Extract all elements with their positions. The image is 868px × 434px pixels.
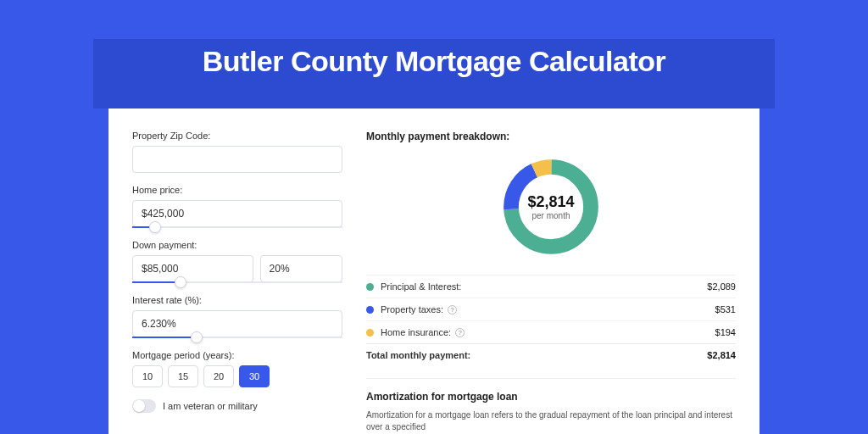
period-option-30[interactable]: 30 [239,365,270,387]
home-price-input[interactable] [132,200,342,227]
legend-insurance: Home insurance: ? $194 [366,320,736,343]
home-price-label: Home price: [132,185,342,195]
home-price-slider[interactable] [132,226,342,228]
legend-total: Total monthly payment: $2,814 [366,343,736,366]
down-payment-slider[interactable] [132,281,342,283]
legend-principal-label: Principal & Interest: [381,281,707,292]
legend-principal: Principal & Interest: $2,089 [366,275,736,298]
down-payment-field: Down payment: [132,240,342,283]
donut-sub: per month [527,211,574,220]
interest-slider-thumb[interactable] [191,331,203,343]
legend-insurance-label: Home insurance: ? [381,327,715,337]
veteran-label: I am veteran or military [163,401,258,411]
period-option-15[interactable]: 15 [168,365,198,387]
dot-icon [366,329,374,337]
info-icon[interactable]: ? [448,305,457,314]
amortization-text: Amortization for a mortgage loan refers … [366,409,736,433]
interest-slider[interactable] [132,337,342,338]
legend-total-label: Total monthly payment: [366,350,707,360]
veteran-row: I am veteran or military [132,399,342,413]
legend-principal-value: $2,089 [707,281,736,292]
donut-amount: $2,814 [527,193,574,211]
down-payment-pct-input[interactable] [260,255,342,282]
interest-slider-fill [132,337,191,338]
legend-insurance-text: Home insurance: [381,327,451,337]
calculator-card: Property Zip Code: Home price: Down paym… [108,108,760,434]
legend-taxes-text: Property taxes: [381,304,443,314]
home-price-field: Home price: [132,185,342,228]
legend-taxes-value: $531 [715,304,736,314]
zip-input[interactable] [132,146,342,173]
veteran-toggle[interactable] [132,399,156,413]
legend-total-value: $2,814 [707,350,736,360]
info-icon[interactable]: ? [455,328,465,337]
home-price-slider-thumb[interactable] [149,221,161,233]
interest-label: Interest rate (%): [132,295,342,305]
down-payment-amount-input[interactable] [132,255,253,282]
period-option-20[interactable]: 20 [203,365,234,387]
period-label: Mortgage period (years): [132,350,342,360]
donut-center: $2,814 per month [527,193,574,220]
legend-principal-text: Principal & Interest: [381,281,461,292]
page-title: Butler County Mortgage Calculator [0,45,868,78]
dot-icon [366,306,374,314]
dot-icon [366,283,374,291]
breakdown-column: Monthly payment breakdown: $2,814 per mo… [366,131,736,434]
amortization-title: Amortization for mortgage loan [366,391,736,403]
zip-field: Property Zip Code: [132,131,342,173]
down-payment-slider-fill [132,281,175,283]
breakdown-title: Monthly payment breakdown: [366,131,736,142]
legend-taxes-label: Property taxes: ? [381,304,715,314]
legend-taxes: Property taxes: ? $531 [366,298,736,320]
amortization-section: Amortization for mortgage loan Amortizat… [366,378,736,433]
interest-input[interactable] [132,310,342,337]
home-price-slider-fill [132,226,149,228]
veteran-toggle-knob [133,400,145,412]
interest-field: Interest rate (%): [132,295,342,338]
period-option-10[interactable]: 10 [132,365,163,387]
inputs-column: Property Zip Code: Home price: Down paym… [132,131,342,434]
period-field: Mortgage period (years): 10 15 20 30 [132,350,342,387]
donut-chart: $2,814 per month [366,147,736,266]
legend-insurance-value: $194 [715,327,736,337]
down-payment-slider-thumb[interactable] [175,276,186,288]
down-payment-label: Down payment: [132,240,342,250]
period-options: 10 15 20 30 [132,365,342,387]
zip-label: Property Zip Code: [132,131,342,141]
